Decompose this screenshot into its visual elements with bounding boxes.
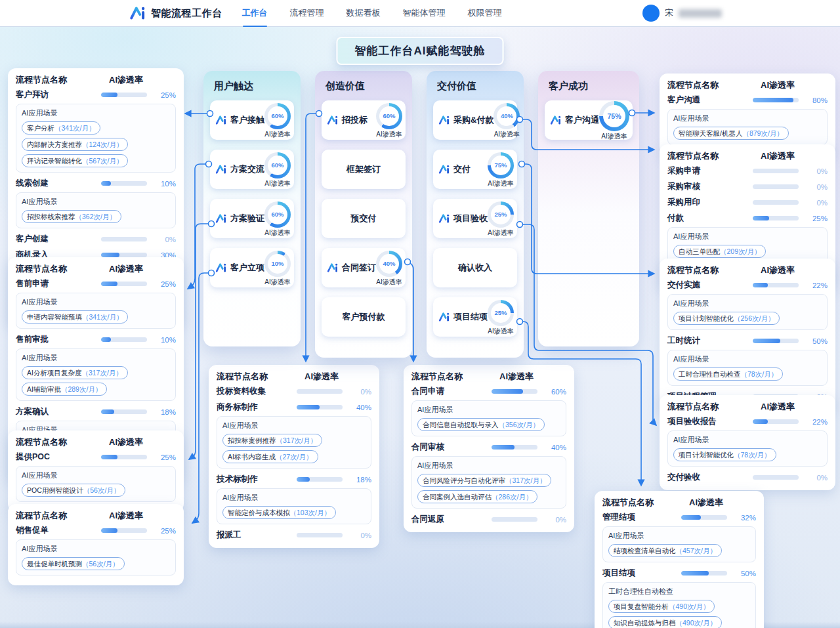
penetration-value: 50% [803, 337, 828, 345]
ai-scenario-tag[interactable]: 工时合理性自动检查（78次/月） [673, 367, 783, 381]
ai-scenario-tag[interactable]: AI分析项目复杂度（317次/月） [22, 366, 128, 379]
ai-scenario-box: AI应用场景招投标线索推荐（362次/月） [16, 192, 176, 228]
ai-scenario-tag[interactable]: POC用例智能设计（56次/月） [22, 484, 125, 497]
tag-count: （78次/月） [734, 450, 771, 460]
stage-card[interactable]: 预交付 [322, 199, 406, 238]
node-name: 提供POC [16, 451, 97, 463]
ai-scenario-tag[interactable]: 项目计划智能优化（256次/月） [673, 312, 780, 325]
tag-name: 项目复盘智能分析 [614, 602, 669, 612]
ai-scenario-tag[interactable]: 最佳促单时机预测（56次/月） [22, 557, 125, 570]
penetration-bar [753, 169, 799, 173]
nav-item-1[interactable]: 流程管理 [290, 7, 324, 19]
node-row: 付款25% [667, 211, 828, 225]
column-label-node: 流程节点名称 [667, 401, 749, 413]
ai-scenario-tag[interactable]: 项目复盘智能分析（490次/月） [608, 600, 715, 613]
stage-card[interactable]: 客户沟通75%AI渗透率 [545, 100, 633, 140]
ai-scenario-tag[interactable]: 内部解决方案推荐（124次/月） [22, 138, 128, 151]
ai-scenario-tag[interactable]: 客户分析（341次/月） [22, 121, 100, 135]
ai-scenario-label: 工时合理性自动检查 [608, 587, 750, 597]
ai-scenario-tag[interactable]: 招投标案例推荐（317次/月） [222, 434, 322, 447]
penetration-bar-fill [101, 409, 114, 414]
ai-scenario-tag[interactable]: 智能聊天客服/机器人（879次/月） [673, 127, 789, 140]
tag-name: 自动三单匹配 [679, 247, 720, 257]
donut-value: 60% [268, 156, 287, 175]
stage-card[interactable]: 交付75%AI渗透率 [433, 150, 517, 189]
node-name: 商务标制作 [217, 402, 293, 413]
ai-scenario-tag[interactable]: 知识自动提炼与归档（490次/月） [608, 616, 722, 628]
stage-card[interactable]: 项目验收25%AI渗透率 [433, 199, 517, 238]
stage-card[interactable]: 项目结项25%AI渗透率 [433, 297, 517, 337]
ai-scenario-tags: 结项检查清单自动化（457次/月） [608, 544, 750, 557]
ai-scenario-tag[interactable]: 结项检查清单自动化（457次/月） [608, 544, 722, 557]
nav-item-3[interactable]: 智能体管理 [403, 7, 446, 19]
column-label-ai: AI渗透率 [753, 401, 828, 413]
ai-scenario-tags: 工时合理性自动检查（78次/月） [673, 367, 822, 381]
stage-card-name: 框架签订 [346, 163, 381, 175]
penetration-value: 0% [346, 388, 371, 396]
tag-count: （879次/月） [742, 129, 783, 138]
stage-card-name: 招投标 [342, 114, 368, 126]
ai-scenario-tag[interactable]: 自动三单匹配（209次/月） [673, 245, 766, 258]
ai-scenario-tag[interactable]: 智能定价与成本模拟（103次/月） [222, 506, 336, 519]
nav-item-4[interactable]: 权限管理 [468, 7, 502, 19]
penetration-bar [753, 200, 799, 205]
penetration-bar-fill [492, 389, 523, 394]
ai-scenario-tag[interactable]: 项目计划智能优化（78次/月） [673, 448, 776, 461]
process-panel-R1: 流程节点名称AI渗透率客户沟通80%AI应用场景智能聊天客服/机器人（879次/… [660, 73, 835, 155]
stage-card[interactable]: 确认收入 [433, 248, 517, 287]
donut-label: AI渗透率 [488, 228, 513, 238]
node-name: 合同返原 [411, 514, 488, 525]
stage-card[interactable]: 合同签订40%AI渗透率 [322, 248, 406, 287]
app-title: 智能流程工作台 [151, 7, 222, 20]
stage-card[interactable]: 招投标60%AI渗透率 [322, 100, 406, 140]
node-name: 售前审批 [16, 334, 97, 345]
ai-scenario-tag[interactable]: 合同风险评分与自动化评审（317次/月） [417, 474, 551, 487]
ai-scenario-label: AI应用场景 [673, 114, 822, 123]
node-row: 工时统计50% [667, 334, 828, 348]
stage-card[interactable]: 客户预付款 [322, 297, 406, 337]
ai-scenario-tag[interactable]: 申请内容智能预填（341次/月） [22, 310, 128, 324]
ai-scenario-label: AI应用场景 [222, 421, 366, 430]
tag-name: 申请内容智能预填 [27, 312, 82, 322]
ai-scenario-label: AI应用场景 [22, 108, 170, 118]
nav-item-2[interactable]: 数据看板 [346, 7, 381, 19]
donut-value: 40% [379, 254, 399, 274]
penetration-bar [297, 405, 343, 409]
ai-scenario-tag[interactable]: 合同案例入选自动评估（286次/月） [417, 490, 537, 503]
user-avatar[interactable] [642, 5, 660, 22]
ai-logo-icon [438, 213, 450, 224]
ai-scenario-tag[interactable]: 合同信息自动提取与录入（356次/月） [417, 418, 545, 431]
tag-name: 结项检查清单自动化 [614, 546, 676, 556]
stage-card[interactable]: 采购&付款40%AI渗透率 [433, 100, 517, 140]
ai-scenario-box: AI应用场景最佳促单时机预测（56次/月） [16, 539, 176, 576]
ai-scenario-tag[interactable]: AI辅助审批（289次/月） [22, 383, 107, 396]
tag-count: （56次/月） [83, 486, 121, 495]
stage-card[interactable]: 客户接触60%AI渗透率 [210, 100, 294, 140]
node-row: 合同申请60% [411, 385, 566, 398]
penetration-value: 25% [151, 280, 176, 288]
stage-card[interactable]: 框架签订 [322, 150, 406, 189]
ai-scenario-tag[interactable]: 拜访记录智能转化（567次/月） [22, 154, 128, 167]
stage-card-name: 方案验证 [230, 213, 264, 224]
penetration-donut: 25% [488, 300, 514, 326]
user-menu[interactable]: 宋 [642, 5, 722, 22]
ai-scenario-tag[interactable]: 招投标线索推荐（362次/月） [22, 210, 121, 223]
nav-item-0[interactable]: 工作台 [242, 7, 268, 19]
stage-card[interactable]: 方案验证60%AI渗透率 [210, 199, 294, 238]
node-name: 合同审核 [411, 442, 488, 453]
node-row: 项目验收报告22% [667, 415, 828, 429]
stage-card[interactable]: 方案交流60%AI渗透率 [210, 150, 294, 189]
process-panel-L4: 流程节点名称AI渗透率销售促单25%AI应用场景最佳促单时机预测（56次/月） [8, 504, 184, 585]
penetration-donut: 10% [264, 251, 291, 277]
ai-logo-icon [215, 114, 227, 126]
ai-scenario-tag[interactable]: AI标书内容生成（27次/月） [222, 450, 318, 463]
ai-scenario-tags: AI分析项目复杂度（317次/月）AI辅助审批（289次/月） [22, 366, 170, 396]
donut-label: AI渗透率 [488, 327, 513, 336]
stage-card[interactable]: 客户立项10%AI渗透率 [210, 248, 294, 287]
node-row: 采购用印0% [667, 196, 828, 209]
penetration-value: 25% [151, 527, 176, 535]
column-label-node: 流程节点名称 [411, 371, 488, 383]
tag-count: （209次/月） [720, 247, 761, 257]
penetration-bar [101, 282, 147, 286]
donut-value: 10% [268, 254, 287, 274]
